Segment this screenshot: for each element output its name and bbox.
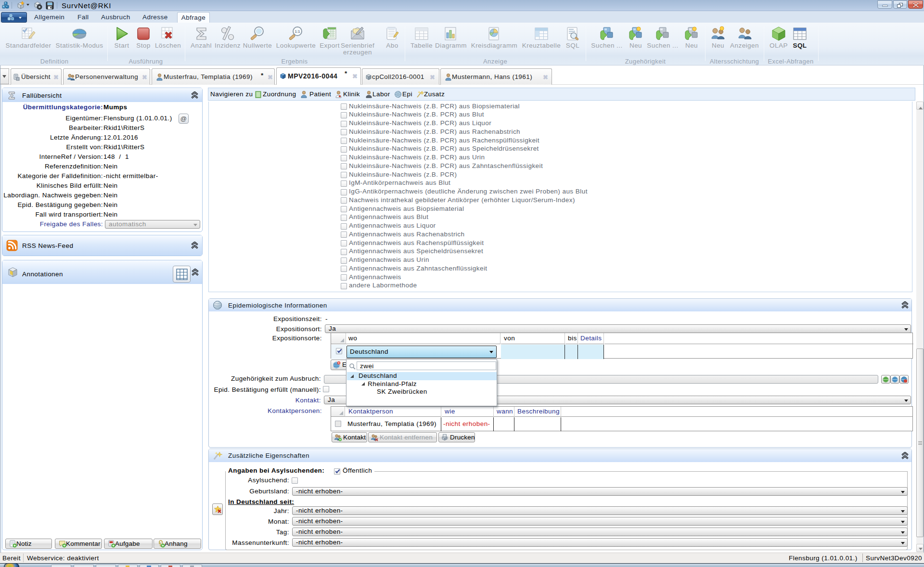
svg-text:1:1: 1:1 [295, 29, 300, 34]
